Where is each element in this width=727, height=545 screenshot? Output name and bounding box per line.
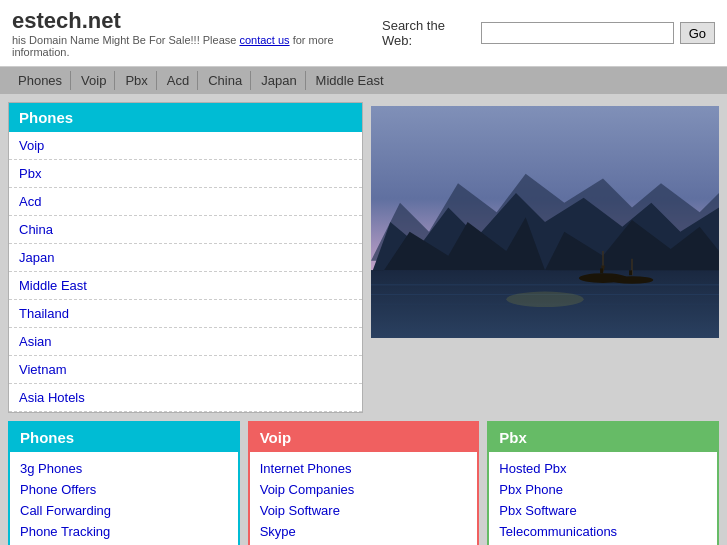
link-call-forwarding[interactable]: Call Forwarding [20,503,111,518]
nav-item-china[interactable]: China [200,71,251,90]
link-acd[interactable]: Acd [9,188,362,215]
list-item: Phone Tracking [10,521,238,542]
header-left: estech.net his Domain Name Might Be For … [12,8,382,58]
list-item: Pbx [9,160,362,188]
link-internet-phones[interactable]: Internet Phones [260,461,352,476]
link-thailand[interactable]: Thailand [9,300,362,327]
card-voip: Voip Internet Phones Voip Companies Voip… [248,421,480,545]
contact-link[interactable]: contact us [239,34,289,46]
list-item: Voip Companies [250,479,478,500]
list-item: Call Forwarding [10,500,238,521]
subtitle-text: his Domain Name Might Be For Sale!!! Ple… [12,34,236,46]
link-voip-software[interactable]: Voip Software [260,503,340,518]
nav-item-middle-east[interactable]: Middle East [308,71,392,90]
link-pbx[interactable]: Pbx [9,160,362,187]
link-voip[interactable]: Voip [9,132,362,159]
left-panel-links: Voip Pbx Acd China Japan Middle East Tha… [9,132,362,412]
link-phone-offers[interactable]: Phone Offers [20,482,96,497]
list-item: Skype [250,521,478,542]
search-input[interactable] [481,22,674,44]
nav-item-voip[interactable]: Voip [73,71,115,90]
nav-bar: Phones Voip Pbx Acd China Japan Middle E… [0,67,727,94]
link-pbx-software[interactable]: Pbx Software [499,503,576,518]
main-content: Phones Voip Pbx Acd China Japan Middle E… [0,94,727,421]
nav-item-pbx[interactable]: Pbx [117,71,156,90]
list-item: Thailand [9,300,362,328]
site-title: estech.net [12,8,382,34]
list-item: Asian [9,328,362,356]
link-asia-hotels[interactable]: Asia Hotels [9,384,362,411]
list-item: Telecommunications [489,521,717,542]
link-hosted-pbx[interactable]: Hosted Pbx [499,461,566,476]
link-3g-phones[interactable]: 3g Phones [20,461,82,476]
list-item: Japan [9,244,362,272]
card-phones-links: 3g Phones Phone Offers Call Forwarding P… [10,452,238,545]
list-item: Pbx Software [489,500,717,521]
card-pbx-title: Pbx [489,423,717,452]
svg-rect-16 [629,270,632,275]
link-skype[interactable]: Skype [260,524,296,539]
card-phones: Phones 3g Phones Phone Offers Call Forwa… [8,421,240,545]
list-item: Phone Offers [10,479,238,500]
link-vietnam[interactable]: Vietnam [9,356,362,383]
svg-point-14 [611,276,654,284]
search-go-button[interactable]: Go [680,22,715,44]
list-item: Hosted Pbx [489,458,717,479]
list-item: 3g Phones [10,458,238,479]
left-panel: Phones Voip Pbx Acd China Japan Middle E… [8,102,363,413]
link-pbx-phone[interactable]: Pbx Phone [499,482,563,497]
list-item: China [9,216,362,244]
landscape-svg [371,102,719,342]
list-item: Acd [9,188,362,216]
list-item: Voip Software [250,500,478,521]
card-pbx-links: Hosted Pbx Pbx Phone Pbx Software Teleco… [489,452,717,545]
card-voip-title: Voip [250,423,478,452]
svg-point-9 [506,292,583,307]
list-item: Pbx Phone [489,479,717,500]
link-phone-tracking[interactable]: Phone Tracking [20,524,110,539]
hero-image [371,102,719,413]
list-item: Middle East [9,272,362,300]
list-item: Vietnam [9,356,362,384]
nav-item-japan[interactable]: Japan [253,71,305,90]
list-item: Voip [9,132,362,160]
card-phones-title: Phones [10,423,238,452]
link-china[interactable]: China [9,216,362,243]
nav-item-acd[interactable]: Acd [159,71,198,90]
list-item: Asia Hotels [9,384,362,412]
header: estech.net his Domain Name Might Be For … [0,0,727,67]
link-japan[interactable]: Japan [9,244,362,271]
link-telecommunications[interactable]: Telecommunications [499,524,617,539]
link-middle-east[interactable]: Middle East [9,272,362,299]
card-pbx: Pbx Hosted Pbx Pbx Phone Pbx Software Te… [487,421,719,545]
bottom-cards: Phones 3g Phones Phone Offers Call Forwa… [0,421,727,545]
left-panel-title: Phones [9,103,362,132]
search-label: Search the Web: [382,18,475,48]
header-subtitle: his Domain Name Might Be For Sale!!! Ple… [12,34,382,58]
svg-rect-13 [600,268,603,273]
nav-item-phones[interactable]: Phones [10,71,71,90]
link-asian[interactable]: Asian [9,328,362,355]
search-bar: Search the Web: Go [382,18,715,48]
link-voip-companies[interactable]: Voip Companies [260,482,355,497]
card-voip-links: Internet Phones Voip Companies Voip Soft… [250,452,478,545]
list-item: Internet Phones [250,458,478,479]
